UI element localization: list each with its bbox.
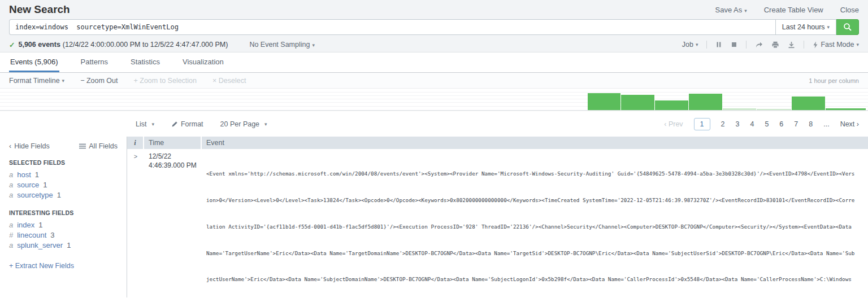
chevron-right-icon: ›	[857, 120, 859, 128]
all-fields-button[interactable]: All Fields	[79, 142, 118, 150]
search-button[interactable]	[836, 19, 859, 35]
pause-icon	[715, 41, 722, 48]
event-histogram[interactable]	[0, 89, 868, 111]
caret-down-icon: ▾	[312, 42, 315, 48]
stop-icon	[731, 41, 737, 48]
page-button-8[interactable]: 8	[809, 120, 813, 128]
pagination: ‹ Prev 1 2 3 4 5 6 7 8 ... Next ›	[664, 118, 859, 130]
tab-patterns[interactable]: Patterns	[80, 52, 109, 72]
pause-button[interactable]	[715, 41, 722, 48]
field-splunk-server[interactable]: asplunk_server1	[9, 240, 118, 251]
histogram-bar[interactable]	[723, 108, 756, 110]
divider	[746, 41, 747, 49]
search-header: New Search Save As▾ Create Table View Cl…	[0, 0, 868, 52]
create-table-view-button[interactable]: Create Table View	[764, 6, 823, 14]
per-page-dropdown[interactable]: 20 Per Page▾	[220, 120, 267, 128]
divider	[804, 41, 804, 49]
field-source[interactable]: asource1	[9, 180, 118, 190]
page-button-4[interactable]: 4	[750, 120, 754, 128]
histogram-bar[interactable]	[621, 95, 654, 110]
lightning-icon	[813, 41, 818, 49]
page-button-6[interactable]: 6	[779, 120, 783, 128]
event-count: 5,906 events	[18, 41, 60, 49]
prev-page-button[interactable]: ‹ Prev	[664, 120, 683, 128]
check-icon: ✓	[9, 41, 15, 49]
next-page-button[interactable]: Next ›	[840, 120, 859, 128]
interesting-fields-header: INTERESTING FIELDS	[9, 209, 118, 216]
page-button-5[interactable]: 5	[765, 120, 769, 128]
histogram-bar[interactable]	[689, 94, 722, 110]
gridline	[0, 95, 868, 96]
format-button[interactable]: Format	[171, 120, 203, 128]
selected-fields-header: SELECTED FIELDS	[9, 159, 118, 166]
histogram-bar[interactable]	[826, 108, 866, 110]
search-query-input[interactable]: index=windows sourcetype=XmlWinEventLog	[9, 19, 775, 35]
gridline	[0, 99, 868, 99]
hide-fields-button[interactable]: ‹Hide Fields	[9, 142, 50, 150]
job-dropdown[interactable]: Job▾	[682, 41, 698, 49]
extract-new-fields-link[interactable]: + Extract New Fields	[9, 262, 118, 270]
search-icon	[843, 23, 852, 32]
header-actions: Save As▾ Create Table View Close	[698, 6, 859, 14]
caret-down-icon: ▾	[856, 42, 859, 47]
histogram-bar[interactable]	[757, 109, 791, 110]
gridline	[0, 102, 868, 103]
page-button-2[interactable]: 2	[721, 120, 725, 128]
list-icon	[79, 143, 86, 149]
export-icon	[788, 41, 795, 49]
event-sampling-dropdown[interactable]: No Event Sampling▾	[249, 41, 315, 49]
page-ellipsis: ...	[823, 120, 829, 128]
page-button-1[interactable]: 1	[694, 118, 710, 130]
chevron-left-icon: ‹	[664, 120, 666, 128]
time-range-picker[interactable]: Last 24 hours▾	[775, 19, 836, 35]
column-header-time: Time	[144, 137, 202, 149]
zoom-out-button[interactable]: − Zoom Out	[80, 77, 118, 85]
save-as-button[interactable]: Save As▾	[715, 6, 747, 14]
tab-visualization[interactable]: Visualization	[181, 52, 225, 72]
event-timestamp: 12/5/22 4:46:39.000 PM	[144, 152, 202, 297]
histogram-bar[interactable]	[588, 93, 620, 110]
histogram-baseline	[0, 110, 868, 111]
column-header-info: i	[127, 137, 144, 149]
gridline	[0, 106, 868, 107]
histogram-bar[interactable]	[655, 100, 688, 110]
events-table-header: i Time Event	[127, 137, 868, 149]
page-button-7[interactable]: 7	[794, 120, 798, 128]
share-button[interactable]	[755, 41, 763, 49]
event-time-range: (12/4/22 4:00:00.000 PM to 12/5/22 4:47:…	[63, 41, 228, 49]
tab-events[interactable]: Events (5,906)	[9, 52, 59, 72]
list-view-dropdown[interactable]: List▾	[136, 120, 154, 128]
caret-down-icon: ▾	[696, 42, 698, 47]
print-icon	[771, 41, 779, 49]
caret-down-icon: ▾	[151, 121, 154, 127]
print-button[interactable]	[771, 41, 779, 49]
caret-down-icon: ▾	[264, 121, 267, 127]
timeline-controls: Format Timeline▾ − Zoom Out + Zoom to Se…	[0, 73, 868, 89]
caret-down-icon: ▾	[62, 78, 65, 84]
histogram-bar[interactable]	[792, 97, 825, 110]
zoom-to-selection-button[interactable]: + Zoom to Selection	[134, 77, 197, 85]
gridline	[0, 92, 868, 93]
job-controls: Job▾ Fast Mode▾	[682, 41, 859, 49]
chevron-left-icon: ‹	[9, 142, 11, 150]
close-button[interactable]: Close	[840, 6, 859, 14]
fields-sidebar: ‹Hide Fields All Fields SELECTED FIELDS …	[0, 137, 127, 297]
format-timeline-dropdown[interactable]: Format Timeline▾	[9, 77, 64, 85]
field-linecount[interactable]: #linecount3	[9, 230, 118, 240]
search-mode-dropdown[interactable]: Fast Mode▾	[813, 41, 859, 49]
event-raw-text: <Event xmlns='http://schemas.microsoft.c…	[206, 152, 862, 297]
event-row: > 12/5/22 4:46:39.000 PM <Event xmlns='h…	[127, 149, 868, 297]
page-button-3[interactable]: 3	[736, 120, 740, 128]
timeline-scale-label: 1 hour per column	[809, 77, 859, 84]
deselect-button[interactable]: × Deselect	[212, 77, 246, 85]
results-tabs: Events (5,906) Patterns Statistics Visua…	[0, 52, 868, 73]
caret-down-icon: ▾	[827, 24, 830, 30]
field-sourcetype[interactable]: asourcetype1	[9, 190, 118, 200]
expand-event-button[interactable]: >	[127, 152, 144, 297]
field-index[interactable]: aindex1	[9, 220, 118, 230]
stop-button[interactable]	[731, 41, 737, 48]
tab-statistics[interactable]: Statistics	[129, 52, 161, 72]
field-host[interactable]: ahost1	[9, 170, 118, 180]
export-button[interactable]	[788, 41, 795, 49]
page-title: New Search	[9, 3, 70, 16]
